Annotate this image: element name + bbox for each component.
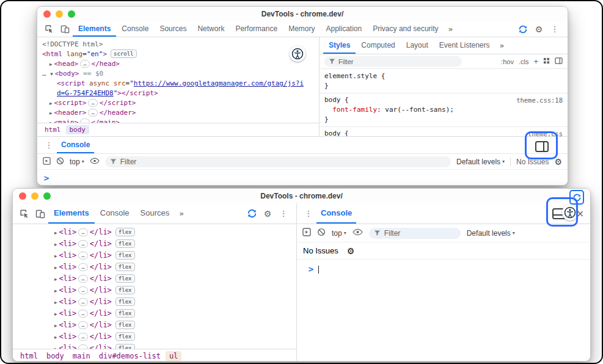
inspect-element-icon[interactable]	[41, 21, 57, 37]
code-token-badge[interactable]: flex	[115, 344, 135, 349]
code-line[interactable]: ▸ <li>…</li>flex	[13, 273, 296, 285]
sync-icon[interactable]	[244, 203, 260, 224]
code-token-badge[interactable]: flex	[115, 228, 135, 236]
code-token-ell[interactable]: …	[78, 333, 87, 341]
inspect-element-icon[interactable]	[16, 203, 32, 224]
console-sidebar-icon[interactable]	[302, 228, 311, 238]
code-line[interactable]: ▸ <li>…</li>flex	[13, 227, 296, 238]
more-styles-tabs-button[interactable]: »	[495, 37, 508, 54]
console-prompt[interactable]: >	[297, 260, 590, 279]
clear-console-icon[interactable]	[56, 157, 64, 167]
code-line[interactable]: ▸ <li>…</li>flex	[13, 250, 296, 261]
minimize-window-button[interactable]	[56, 10, 63, 18]
breadcrumb-item-body[interactable]: body	[43, 351, 68, 361]
code-token-badge[interactable]: flex	[115, 321, 135, 329]
code-line[interactable]: ▸ <li>…</li>flex	[13, 319, 296, 331]
toggle-element-state-button[interactable]: :hov	[501, 58, 514, 65]
tab-sources[interactable]: Sources	[154, 21, 192, 37]
live-expression-icon[interactable]	[90, 158, 100, 166]
code-token-badge[interactable]: flex	[115, 332, 135, 341]
tab-privacy-and-security[interactable]: Privacy and security	[367, 21, 444, 37]
screencast-icon[interactable]	[569, 190, 584, 205]
drawer-menu-icon[interactable]: ⋮	[41, 137, 57, 153]
element-classes-button[interactable]: .cls	[519, 58, 529, 65]
close-window-button[interactable]	[19, 192, 26, 200]
code-line[interactable]: <html lang="en">scroll	[37, 49, 319, 59]
menu-icon[interactable]: ⋮	[547, 21, 563, 37]
code-token-ell[interactable]: …	[80, 60, 89, 68]
tab-event-listeners[interactable]: Event Listeners	[434, 37, 495, 54]
console-filter-input[interactable]: Filter	[105, 156, 451, 167]
tab-network[interactable]: Network	[192, 21, 230, 37]
code-token-ell[interactable]: …	[80, 118, 89, 123]
code-token-ell[interactable]: …	[88, 99, 97, 107]
code-line[interactable]: ▸ <li>…</li>flex	[13, 343, 296, 349]
log-levels-dropdown[interactable]: Default levels ▾	[456, 158, 505, 166]
code-line[interactable]: <!DOCTYPE html>	[37, 40, 319, 49]
settings-icon[interactable]: ⚙	[260, 203, 276, 224]
code-token-badge[interactable]: flex	[115, 263, 135, 271]
tab-console[interactable]: Console	[95, 203, 135, 224]
tab-memory[interactable]: Memory	[283, 21, 320, 37]
new-style-rule-button[interactable]: +	[533, 57, 538, 66]
code-line[interactable]: font-family: var(--font-sans);	[320, 105, 568, 115]
code-token-badge[interactable]: flex	[115, 239, 135, 248]
device-toolbar-icon[interactable]	[32, 203, 48, 224]
tab-performance[interactable]: Performance	[230, 21, 283, 37]
console-settings-icon[interactable]: ⚙	[554, 157, 562, 167]
sidebar-toggle-icon[interactable]	[555, 57, 563, 65]
breadcrumb-item-ul[interactable]: ul	[166, 351, 181, 361]
code-token-badge[interactable]: scroll	[111, 49, 137, 58]
tab-console-drawer[interactable]: Console	[57, 137, 94, 153]
sync-icon[interactable]	[515, 21, 531, 37]
code-line[interactable]: … ▾ <body> == $0	[37, 69, 319, 79]
code-line[interactable]: ▸ <li>…</li>flex	[13, 238, 296, 250]
issues-count[interactable]: No Issues	[303, 246, 338, 255]
code-token-ell[interactable]: …	[78, 275, 87, 283]
clear-console-icon[interactable]	[317, 228, 326, 238]
code-token-link[interactable]: d=G-754F24EHD8	[57, 89, 114, 97]
context-selector[interactable]: top ▾	[70, 158, 84, 166]
close-window-button[interactable]	[43, 10, 51, 18]
breadcrumb-item-html[interactable]: html	[41, 125, 65, 134]
tab-styles[interactable]: Styles	[323, 37, 356, 54]
code-token-src[interactable]: theme.css	[528, 129, 563, 136]
code-line[interactable]: ▸ <script>…</script>	[37, 98, 319, 108]
zoom-window-button[interactable]	[43, 192, 51, 200]
code-line[interactable]: }	[320, 115, 568, 127]
zoom-window-button[interactable]	[68, 10, 75, 18]
code-token-ell[interactable]: …	[88, 109, 97, 117]
device-toolbar-icon[interactable]	[57, 21, 73, 37]
code-token-ell[interactable]: …	[78, 240, 87, 248]
code-line[interactable]: }	[320, 81, 568, 93]
grid-icon[interactable]	[543, 57, 550, 65]
issues-count[interactable]: No Issues	[516, 158, 549, 166]
breadcrumb-item-div-demos-list[interactable]: div#demos-list	[95, 351, 164, 361]
code-token-badge[interactable]: flex	[115, 309, 135, 318]
code-token-ell[interactable]: …	[78, 310, 87, 318]
code-line[interactable]: ▸ <main>…</main>	[37, 118, 319, 123]
more-tabs-button[interactable]: »	[175, 203, 188, 224]
settings-icon[interactable]: ⚙	[531, 21, 547, 37]
code-line[interactable]: ▸ <li>…</li>flex	[13, 308, 296, 319]
tab-console-drawer[interactable]: Console	[316, 203, 356, 224]
context-selector[interactable]: top ▾	[332, 229, 346, 238]
tab-layout[interactable]: Layout	[401, 37, 434, 54]
code-token-badge[interactable]: flex	[115, 251, 135, 260]
code-line[interactable]: body {theme.css:18	[320, 95, 568, 105]
accessibility-widget-icon[interactable]	[562, 205, 578, 220]
live-expression-icon[interactable]	[353, 228, 363, 238]
drawer-menu-icon[interactable]: ⋮	[301, 203, 316, 224]
log-levels-dropdown[interactable]: Default levels ▾	[467, 229, 515, 238]
tab-elements[interactable]: Elements	[48, 203, 95, 224]
tab-elements[interactable]: Elements	[73, 21, 116, 37]
styles-filter-input[interactable]: Filter	[324, 56, 462, 67]
breadcrumb-item-html[interactable]: html	[16, 351, 42, 361]
code-line[interactable]: element.style {	[320, 71, 568, 81]
code-line[interactable]: d=G-754F24EHD8"></script>	[37, 89, 319, 98]
minimize-window-button[interactable]	[31, 192, 38, 200]
dock-side-button[interactable]	[535, 139, 549, 154]
code-token-arrow[interactable]: ▾	[50, 71, 54, 77]
code-line[interactable]: ▸ <li>…</li>flex	[13, 296, 296, 308]
breadcrumb-item-main[interactable]: main	[69, 351, 94, 361]
